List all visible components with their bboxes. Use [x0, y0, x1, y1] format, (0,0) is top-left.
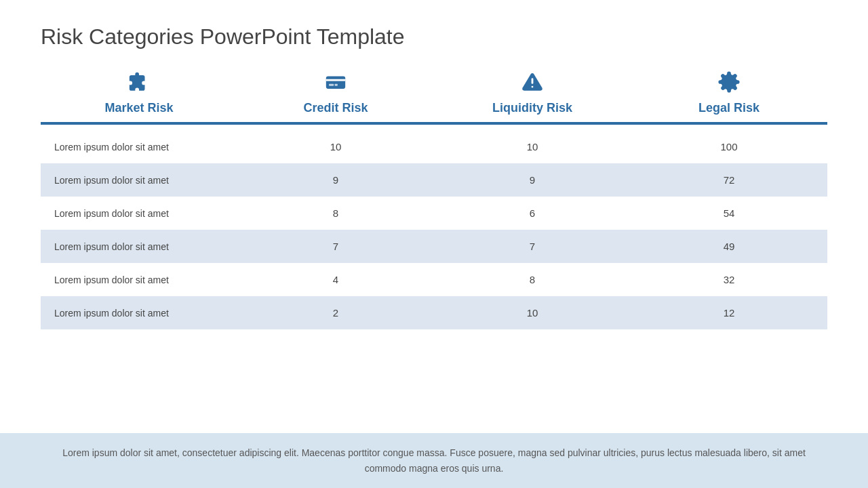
footer-bar: Lorem ipsum dolor sit amet, consectetuer… — [0, 433, 868, 488]
cell-label: Lorem ipsum dolor sit amet — [41, 197, 237, 230]
table-row: Lorem ipsum dolor sit amet1010100 — [41, 130, 827, 163]
cell-value: 10 — [434, 296, 631, 329]
table-row: Lorem ipsum dolor sit amet21012 — [41, 296, 827, 329]
col-divider-liquidity — [434, 122, 631, 125]
cell-label: Lorem ipsum dolor sit amet — [41, 163, 237, 197]
legal-icon — [717, 68, 741, 96]
col-header-legal: Legal Risk — [631, 68, 827, 130]
col-title-legal: Legal Risk — [698, 101, 760, 115]
svg-rect-0 — [326, 77, 345, 89]
cell-value: 54 — [631, 197, 827, 230]
cell-value: 72 — [631, 163, 827, 197]
cell-value: 9 — [237, 163, 434, 197]
svg-rect-3 — [335, 84, 338, 86]
table-area: Lorem ipsum dolor sit amet1010100Lorem i… — [41, 130, 827, 329]
credit-icon — [324, 68, 347, 96]
col-divider-credit — [237, 122, 434, 125]
col-header-market: Market Risk — [41, 68, 237, 130]
cell-value: 6 — [434, 197, 631, 230]
svg-rect-2 — [329, 84, 334, 86]
cell-value: 10 — [434, 130, 631, 163]
cell-value: 8 — [237, 197, 434, 230]
liquidity-icon — [521, 68, 544, 96]
cell-label: Lorem ipsum dolor sit amet — [41, 296, 237, 329]
cell-value: 4 — [237, 263, 434, 296]
col-title-liquidity: Liquidity Risk — [492, 101, 572, 115]
table-row: Lorem ipsum dolor sit amet4832 — [41, 263, 827, 296]
col-title-credit: Credit Risk — [303, 101, 368, 115]
col-header-credit: Credit Risk — [237, 68, 434, 130]
main-content: Risk Categories PowerPoint Template Mark… — [0, 0, 868, 433]
cell-value: 7 — [237, 230, 434, 263]
col-divider-legal — [631, 122, 827, 125]
cell-value: 49 — [631, 230, 827, 263]
col-divider-market — [41, 122, 237, 125]
cell-value: 2 — [237, 296, 434, 329]
cell-label: Lorem ipsum dolor sit amet — [41, 230, 237, 263]
cell-value: 7 — [434, 230, 631, 263]
market-icon — [127, 68, 151, 96]
page-title: Risk Categories PowerPoint Template — [41, 24, 827, 49]
col-title-market: Market Risk — [104, 101, 173, 115]
footer-text: Lorem ipsum dolor sit amet, consectetuer… — [62, 447, 806, 473]
cell-value: 100 — [631, 130, 827, 163]
cell-value: 10 — [237, 130, 434, 163]
columns-area: Market Risk Credit Risk Liquidity Risk — [41, 68, 827, 130]
col-header-liquidity: Liquidity Risk — [434, 68, 631, 130]
cell-value: 8 — [434, 263, 631, 296]
table-row: Lorem ipsum dolor sit amet8654 — [41, 197, 827, 230]
cell-label: Lorem ipsum dolor sit amet — [41, 263, 237, 296]
table-row: Lorem ipsum dolor sit amet7749 — [41, 230, 827, 263]
cell-value: 9 — [434, 163, 631, 197]
table-row: Lorem ipsum dolor sit amet9972 — [41, 163, 827, 197]
cell-value: 32 — [631, 263, 827, 296]
cell-label: Lorem ipsum dolor sit amet — [41, 130, 237, 163]
cell-value: 12 — [631, 296, 827, 329]
